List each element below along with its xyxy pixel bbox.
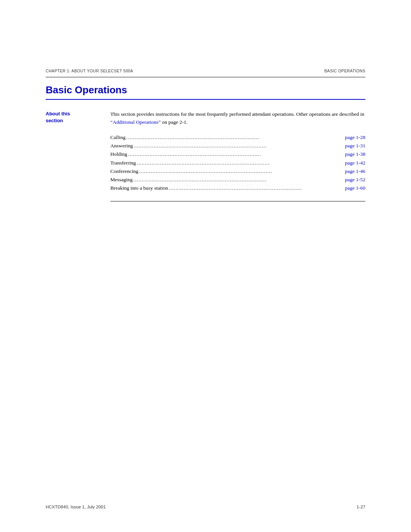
toc-dots-transferring bbox=[137, 159, 343, 167]
title-rule bbox=[46, 99, 365, 100]
toc-label-holding: Holding bbox=[110, 150, 127, 158]
page: Chapter 1: About Your Selecset 500A Basi… bbox=[0, 0, 411, 532]
sidebar-label: About this section bbox=[46, 110, 107, 201]
toc-label-transferring: Transferring bbox=[110, 159, 136, 167]
toc-page-breaking[interactable]: page 1-60 bbox=[345, 184, 365, 192]
toc-dots-answering bbox=[134, 142, 343, 150]
header-rule bbox=[46, 77, 365, 77]
toc-label-answering: Answering bbox=[110, 142, 133, 150]
toc-entry-answering: Answering page 1-31 bbox=[110, 142, 365, 150]
content-body: This section provides instructions for t… bbox=[107, 110, 365, 201]
toc-entry-holding: Holding page 1-38 bbox=[110, 150, 365, 158]
toc-label-breaking: Breaking into a busy station bbox=[110, 184, 168, 192]
header-section-label: Basic Operations bbox=[324, 69, 365, 73]
page-header: Chapter 1: About Your Selecset 500A Basi… bbox=[0, 0, 411, 73]
toc-dots-messaging bbox=[134, 176, 344, 184]
footer-left: HCXTD840, Issue 1, July 2001 bbox=[46, 505, 106, 509]
header-chapter-label: Chapter 1: About Your Selecset 500A bbox=[46, 69, 133, 73]
toc-entry-calling: Calling page 1-28 bbox=[110, 133, 365, 142]
content-bottom-rule bbox=[110, 201, 365, 201]
header-left: Chapter 1: About Your Selecset 500A bbox=[46, 69, 133, 73]
toc-entry-transferring: Transferring page 1-42 bbox=[110, 159, 365, 167]
toc-list: Calling page 1-28 Answering page 1-31 Ho… bbox=[110, 133, 365, 193]
toc-page-conferencing[interactable]: page 1-46 bbox=[345, 167, 365, 176]
content-section: About this section This section provides… bbox=[46, 110, 365, 201]
toc-page-calling[interactable]: page 1-28 bbox=[345, 133, 365, 142]
toc-dots-breaking bbox=[169, 184, 343, 192]
toc-page-transferring[interactable]: page 1-42 bbox=[345, 159, 365, 167]
additional-operations-link[interactable]: “Additional Operations” bbox=[110, 119, 161, 125]
toc-label-messaging: Messaging bbox=[110, 176, 133, 184]
toc-dots-holding bbox=[128, 150, 343, 158]
toc-page-answering[interactable]: page 1-31 bbox=[345, 142, 365, 150]
page-title: Basic Operations bbox=[46, 84, 365, 96]
toc-entry-messaging: Messaging page 1-52 bbox=[110, 176, 365, 184]
toc-label-conferencing: Conferencing bbox=[110, 167, 138, 176]
about-this-section-label: About this section bbox=[46, 110, 99, 124]
toc-entry-conferencing: Conferencing page 1-46 bbox=[110, 167, 365, 176]
toc-label-calling: Calling bbox=[110, 133, 126, 142]
header-right: Basic Operations bbox=[324, 69, 365, 73]
toc-page-messaging[interactable]: page 1-52 bbox=[345, 176, 365, 184]
toc-dots-calling bbox=[126, 133, 344, 142]
toc-dots-conferencing bbox=[139, 167, 343, 176]
footer-right: 1-27 bbox=[357, 505, 365, 509]
page-footer: HCXTD840, Issue 1, July 2001 1-27 bbox=[0, 505, 411, 509]
intro-paragraph: This section provides instructions for t… bbox=[110, 110, 365, 126]
toc-page-holding[interactable]: page 1-38 bbox=[345, 150, 365, 158]
toc-entry-breaking: Breaking into a busy station page 1-60 bbox=[110, 184, 365, 192]
title-section: Basic Operations bbox=[46, 84, 365, 100]
main-content: Basic Operations About this section This… bbox=[0, 84, 411, 201]
